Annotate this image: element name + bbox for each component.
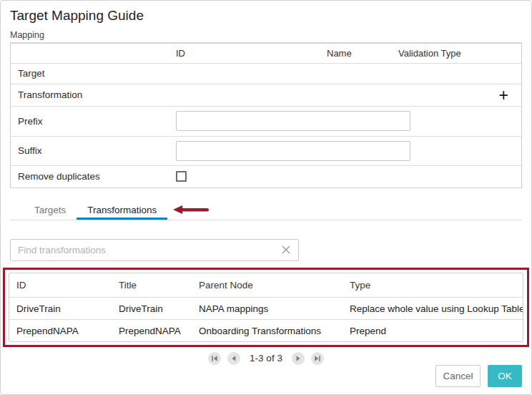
remove-duplicates-label: Remove duplicates (11, 171, 176, 182)
next-page-icon (295, 355, 302, 362)
plus-icon: + (499, 86, 508, 104)
mapping-header-name: Name (327, 48, 398, 59)
col-header-parent-node: Parent Node (192, 280, 343, 291)
tab-targets[interactable]: Targets (24, 200, 77, 220)
mapping-section-legend: Mapping (10, 30, 522, 43)
transformations-table-header: ID Title Parent Node Type (9, 273, 523, 297)
mapping-row-suffix: Suffix (11, 136, 521, 165)
dialog-footer: Cancel OK (10, 365, 522, 389)
target-row-label: Target (11, 68, 176, 79)
cell-title: DriveTrain (112, 303, 192, 314)
last-page-button[interactable] (311, 352, 324, 365)
dialog-title: Target Mapping Guide (10, 6, 522, 26)
cell-title: PrependNAPA (112, 326, 192, 336)
first-page-icon (211, 355, 218, 362)
mapping-row-transformation[interactable]: Transformation + (11, 84, 521, 106)
prefix-label: Prefix (11, 116, 176, 127)
cell-id: DriveTrain (9, 303, 112, 314)
pagination: 1-3 of 3 (10, 351, 522, 365)
col-header-type: Type (343, 280, 523, 291)
annotation-arrow-icon (173, 205, 210, 215)
target-mapping-guide-dialog: Target Mapping Guide Mapping ID Name Val… (0, 0, 532, 395)
x-mark-icon (281, 245, 291, 255)
col-header-id: ID (9, 280, 112, 291)
table-row[interactable]: DriveTrain DriveTrain NAPA mappings Repl… (9, 297, 523, 319)
mapping-table: ID Name Validation Type Target Transform… (10, 43, 522, 188)
previous-page-button[interactable] (227, 352, 240, 365)
remove-duplicates-checkbox[interactable] (176, 171, 187, 182)
table-row[interactable]: PrependNAPA PrependNAPA Onboarding Trans… (9, 319, 523, 341)
last-page-icon (314, 355, 321, 362)
next-page-button[interactable] (292, 352, 305, 365)
first-page-button[interactable] (208, 352, 221, 365)
cell-type: Prepend (343, 326, 523, 336)
page-range-label: 1-3 of 3 (250, 353, 282, 364)
cell-id: PrependNAPA (9, 326, 112, 336)
add-transformation-button[interactable]: + (499, 88, 508, 102)
cell-type: Replace whole value using Lookup Table (343, 303, 523, 314)
mapping-row-prefix: Prefix (11, 106, 521, 136)
search-box (10, 239, 299, 262)
mapping-table-header: ID Name Validation Type (11, 43, 521, 63)
ok-button[interactable]: OK (488, 365, 522, 387)
mapping-header-validation-type: Validation Type (398, 48, 521, 59)
results-highlight-annotation: ID Title Parent Node Type DriveTrain Dri… (3, 268, 529, 347)
tab-transformations[interactable]: Transformations (77, 200, 167, 220)
mapping-header-id: ID (176, 48, 327, 59)
col-header-title: Title (112, 280, 192, 291)
cell-parent-node: Onboarding Transformations (192, 326, 343, 336)
suffix-label: Suffix (11, 145, 176, 156)
transformations-table: ID Title Parent Node Type DriveTrain Dri… (9, 273, 523, 342)
cancel-button[interactable]: Cancel (435, 365, 481, 387)
previous-page-icon (230, 355, 237, 362)
tab-strip: Targets Transformations (10, 200, 522, 220)
prefix-input[interactable] (176, 111, 410, 131)
transformation-row-label: Transformation (11, 89, 176, 100)
mapping-row-remove-duplicates: Remove duplicates (11, 165, 521, 187)
search-input[interactable] (11, 240, 278, 261)
suffix-input[interactable] (176, 141, 410, 161)
clear-search-button[interactable] (278, 245, 298, 255)
cell-parent-node: NAPA mappings (192, 303, 343, 314)
mapping-row-target[interactable]: Target (11, 63, 521, 84)
